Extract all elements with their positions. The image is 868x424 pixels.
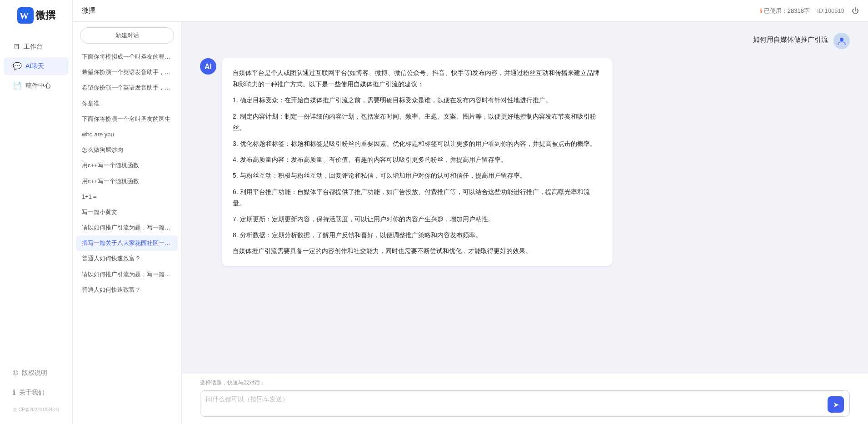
history-item[interactable]: 下面你将模拟成一个叫圣友的程序员，我说... (76, 49, 178, 65)
header-usage: ℹ 已使用：28318字 (760, 7, 810, 15)
sidebar-item-drafts[interactable]: 📄 稿件中心 (4, 77, 69, 95)
history-item[interactable]: who are you (76, 127, 178, 142)
send-button[interactable]: ➤ (828, 396, 844, 413)
workbench-icon: 🖥 (13, 43, 20, 51)
icp-text: 京ICP备2022019348号 (0, 403, 72, 417)
history-item[interactable]: 写一篇小黄文 (76, 205, 178, 220)
history-item[interactable]: 你是谁 (76, 96, 178, 111)
svg-text:W: W (20, 11, 29, 21)
chat-input[interactable] (206, 394, 824, 413)
history-item[interactable]: 下面你将扮演一个名叫圣友的医生 (76, 111, 178, 127)
sidebar-item-label: 关于我们 (19, 389, 45, 397)
input-row: ➤ (200, 390, 850, 417)
about-icon: ℹ (13, 388, 15, 397)
history-panel: 新建对话 下面你将模拟成一个叫圣友的程序员，我说...希望你扮演一个英语发音助手… (73, 22, 182, 424)
history-item[interactable]: 希望你扮演一个英语发音助手，我提供给你... (76, 80, 178, 95)
history-item[interactable]: 撰写一篇关于八大家花园社区一刻钟便民生... (76, 235, 178, 251)
usage-text: 已使用：28318字 (764, 7, 810, 15)
history-item[interactable]: 请以如何推广引流为题，写一篇大纲 (76, 220, 178, 235)
history-item[interactable]: 请以如何推广引流为题，写一篇大纲 (76, 267, 178, 282)
logo-text: 微撰 (35, 9, 55, 22)
drafts-icon: 📄 (13, 81, 22, 90)
history-item[interactable]: 用c++写一个随机函数 (76, 174, 178, 189)
history-item[interactable]: 希望你扮演一个英语发音助手，我提供给你... (76, 65, 178, 80)
history-item[interactable]: 用c++写一个随机函数 (76, 158, 178, 173)
main-container: 微撰 ℹ 已使用：28318字 ID:100519 ⏻ 新建对话 下面你将模拟成… (73, 0, 868, 424)
message-row: 如何用自媒体做推广引流 (200, 33, 850, 49)
history-list: 下面你将模拟成一个叫圣友的程序员，我说...希望你扮演一个英语发音助手，我提供给… (73, 49, 181, 305)
top-header: 微撰 ℹ 已使用：28318字 ID:100519 ⏻ (73, 0, 868, 22)
sidebar: W 微撰 🖥 工作台 💬 AI聊天 📄 稿件中心 © 版权说明 ℹ 关于我们 京… (0, 0, 73, 424)
content-row: 新建对话 下面你将模拟成一个叫圣友的程序员，我说...希望你扮演一个英语发音助手… (73, 22, 868, 424)
history-item[interactable]: 怎么做狗屎炒肉 (76, 142, 178, 158)
user-avatar (833, 33, 850, 49)
input-area: 选择话题，快速与我对话： ➤ (182, 373, 868, 424)
sidebar-bottom: © 版权说明 ℹ 关于我们 京ICP备2022019348号 (0, 364, 72, 417)
history-item[interactable]: 1+1＝ (76, 189, 178, 205)
new-chat-button[interactable]: 新建对话 (80, 27, 174, 44)
quick-topics-label: 选择话题，快速与我对话： (200, 379, 850, 387)
sidebar-item-label: 工作台 (24, 43, 43, 51)
ai-chat-icon: 💬 (13, 62, 22, 70)
power-icon[interactable]: ⏻ (852, 7, 859, 15)
logo: W 微撰 (10, 7, 63, 24)
sidebar-item-label: 版权说明 (22, 369, 47, 377)
header-id: ID:100519 (817, 7, 844, 14)
logo-icon: W (17, 7, 34, 24)
copyright-icon: © (13, 369, 18, 377)
usage-info-icon: ℹ (760, 7, 762, 15)
history-item[interactable]: 普通人如何快速致富？ (76, 282, 178, 298)
nav-items: 🖥 工作台 💬 AI聊天 📄 稿件中心 (0, 38, 72, 95)
svg-text:AI: AI (205, 63, 212, 70)
header-title: 微撰 (82, 6, 95, 15)
sidebar-item-workbench[interactable]: 🖥 工作台 (4, 38, 69, 55)
send-icon: ➤ (833, 400, 839, 409)
sidebar-item-about[interactable]: ℹ 关于我们 (4, 384, 69, 401)
ai-message-bubble: 自媒体平台是个人或团队通过互联网平台(如博客、微博、微信公众号、抖音、快手等)发… (222, 58, 613, 266)
message-row: AI自媒体平台是个人或团队通过互联网平台(如博客、微博、微信公众号、抖音、快手等… (200, 58, 850, 266)
sidebar-item-label: AI聊天 (25, 62, 44, 70)
ai-avatar: AI (200, 58, 216, 75)
svg-point-2 (840, 38, 843, 41)
sidebar-item-label: 稿件中心 (25, 82, 51, 90)
user-message: 如何用自媒体做推广引流 (753, 33, 828, 44)
sidebar-item-ai-chat[interactable]: 💬 AI聊天 (4, 57, 69, 75)
chat-area: 如何用自媒体做推广引流AI自媒体平台是个人或团队通过互联网平台(如博客、微博、微… (182, 22, 868, 424)
history-item[interactable]: 普通人如何快速致富？ (76, 251, 178, 266)
header-right: ℹ 已使用：28318字 ID:100519 ⏻ (760, 7, 859, 15)
chat-messages: 如何用自媒体做推广引流AI自媒体平台是个人或团队通过互联网平台(如博客、微博、微… (182, 22, 868, 373)
sidebar-item-copyright[interactable]: © 版权说明 (4, 364, 69, 382)
